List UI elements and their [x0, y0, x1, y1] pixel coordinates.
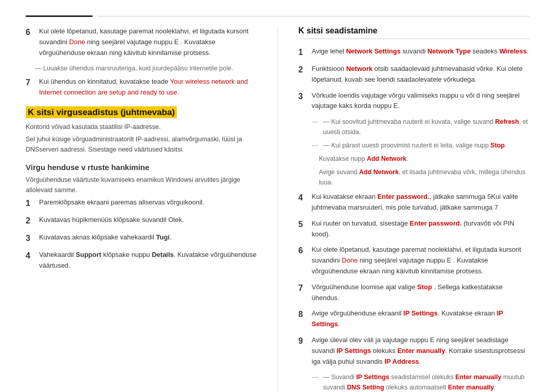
- refresh-link: Refresh: [495, 118, 519, 125]
- ip-settings-link9: IP Settings: [337, 347, 371, 354]
- step3-notes: — — Kui soovitud juhtmevaba ruuterit ei …: [312, 117, 530, 188]
- subtitle2: Sel juhul küsige võrguadministraatorilt …: [26, 134, 257, 155]
- virgu-step-3-text: Kuvatavas aknas klõpsake vahekaardil Tug…: [39, 232, 257, 243]
- note-add1: Kuvatakse nupp Add Network.: [319, 154, 530, 164]
- left-column: 6 Kui olete lõpetanud, kasutage paremat …: [26, 26, 257, 392]
- right-step-5-text: Kui ruuter on turvatud, sisestage Enter …: [312, 218, 530, 240]
- note-refresh: — — Kui soovitud juhtmevaba ruuterit ei …: [312, 117, 530, 137]
- divider-dark: [26, 15, 92, 17]
- wireless-link: Wireless: [499, 47, 527, 55]
- note-luuakse: — Luuakse ühendus marsruuteriga, kuid ju…: [35, 63, 257, 73]
- enter-password-link5: Enter password.: [410, 219, 461, 227]
- right-step-num-9: 9: [299, 335, 307, 347]
- ip-settings-note: IP Settings: [356, 374, 389, 381]
- right-step-num-3: 3: [299, 90, 307, 103]
- virgu-step-2-text: Kuvatavas hüpikmenüüs klõpsake suvandil …: [39, 215, 257, 226]
- add-network-link2: Add Network: [359, 169, 399, 176]
- step-7-text: Kui ühendus on kinnitatud, kuvatakse tea…: [39, 77, 257, 98]
- right-step-1-text: Avige lehel Network Settings suvandi Net…: [312, 46, 530, 57]
- highlight-title-container: K sitsi virguseadistus (juhtmevaba): [26, 107, 257, 118]
- step-num-6: 6: [26, 26, 34, 39]
- enter-manually-note2: Enter manually: [448, 384, 494, 391]
- right-step-6: 6 Kui olete lõpetanud, kasutage paremat …: [299, 245, 530, 276]
- virgu-step-4-text: Vahekaardil Support klõpsake nuppu Detai…: [39, 250, 257, 271]
- right-step-7-text: Võrguühenduse loomise ajal valige Stop .…: [312, 282, 530, 304]
- right-step-4-text: Kui kuvatakse ekraan Enter password., jä…: [312, 192, 530, 213]
- right-step-7: 7 Võrguühenduse loomise ajal valige Stop…: [299, 282, 530, 304]
- right-step-num-6: 6: [299, 245, 307, 257]
- right-column: K sitsi seadistamine 1 Avige lehel Netwo…: [278, 26, 530, 392]
- main-content: 6 Kui olete lõpetanud, kasutage paremat …: [26, 26, 529, 392]
- support-bold: Support: [76, 251, 101, 258]
- note-dash: — Luuakse ühendus marsruuteriga, kuid ju…: [35, 63, 233, 73]
- details-bold: Details: [152, 251, 174, 258]
- right-step-8: 8 Avige võrguühenduse ekraanil IP Settin…: [299, 308, 530, 330]
- virgu-step-num-1: 1: [26, 197, 34, 210]
- right-step-num-2: 2: [299, 64, 307, 76]
- right-step-2: 2 Funktsioon Network otsib saadaolevaid …: [299, 64, 530, 85]
- step-num-7: 7: [26, 77, 34, 89]
- right-step-1: 1 Avige lehel Network Settings suvandi N…: [299, 46, 530, 59]
- right-step-3-text: Võrkude loendis vajutage võrgu valimisek…: [312, 90, 530, 112]
- right-step-9-text: Avige üleval olev väli ja vajutage nuppu…: [312, 335, 530, 367]
- tugi-bold: Tugi: [156, 233, 170, 241]
- right-step-4: 4 Kui kuvatakse ekraan Enter password., …: [299, 192, 530, 213]
- step9-note: — — Suvandi IP Settings seadistamisel ol…: [312, 372, 530, 392]
- right-section-title: K sitsi seadistamine: [299, 26, 530, 39]
- virgu-step-1-text: Paremklõpsake ekraani paremas allservas …: [39, 197, 257, 208]
- step-7-left: 7 Kui ühendus on kinnitatud, kuvatakse t…: [26, 77, 257, 98]
- virgu-step-num-3: 3: [26, 232, 34, 245]
- top-divider: [26, 15, 529, 17]
- right-step-5: 5 Kui ruuter on turvatud, sisestage Ente…: [299, 218, 530, 240]
- virgu-step-4: 4 Vahekaardil Support klõpsake nuppu Det…: [26, 250, 257, 271]
- stop-link-7: Stop: [417, 283, 432, 291]
- network-type-link: Network Type: [428, 47, 471, 55]
- step-6-left: 6 Kui olete lõpetanud, kasutage paremat …: [26, 26, 257, 58]
- virgu-step-1: 1 Paremklõpsake ekraani paremas allserva…: [26, 197, 257, 210]
- stop-link-note: Stop: [490, 142, 505, 149]
- step-6-text: Kui olete lõpetanud, kasutage paremat no…: [39, 26, 257, 58]
- virgu-step-num-4: 4: [26, 250, 34, 262]
- right-step-8-text: Avige võrguühenduse ekraanil IP Settings…: [312, 308, 530, 330]
- add-network-link1: Add Network: [367, 155, 406, 162]
- divider-light: [98, 16, 529, 16]
- ip-address-link9: IP Address: [384, 358, 419, 365]
- virgu-step-2: 2 Kuvatavas hüpikmenüüs klõpsake suvandi…: [26, 215, 257, 227]
- virgu-step-num-2: 2: [26, 215, 34, 227]
- subtitle1: Kontorid võivad kasutada staatilisi IP-a…: [26, 122, 257, 132]
- right-step-num-7: 7: [299, 282, 307, 294]
- ip-settings-link8a: IP Settings: [403, 309, 438, 317]
- note-stop: — — Kui pärast uuesti proovimist ruuteri…: [312, 140, 530, 151]
- enter-password-link4: Enter password.: [377, 193, 429, 200]
- right-step-3: 3 Võrkude loendis vajutage võrgu valimis…: [299, 90, 530, 112]
- enter-manually-link9: Enter manually: [397, 347, 445, 354]
- right-step-num-5: 5: [299, 218, 307, 231]
- right-step-num-4: 4: [299, 192, 307, 204]
- highlight-title: K sitsi virguseadistus (juhtmevaba): [26, 106, 177, 118]
- done-link-right: Done: [342, 256, 358, 264]
- virgu-step-3: 3 Kuvatavas aknas klõpsake vahekaardil T…: [26, 232, 257, 245]
- enter-manually-note: Enter manually: [455, 374, 502, 381]
- network-bold-link: Network: [346, 65, 373, 72]
- right-step-num-8: 8: [299, 308, 307, 321]
- done-link-left: Done: [69, 38, 85, 46]
- note-add2: Avige suvand Add Network, et lisada juht…: [319, 167, 530, 188]
- network-settings-link: Network Settings: [346, 47, 400, 55]
- right-step-9: 9 Avige üleval olev väli ja vajutage nup…: [299, 335, 530, 367]
- right-step-2-text: Funktsioon Network otsib saadaolevaid ju…: [312, 64, 530, 85]
- right-step-num-1: 1: [299, 46, 307, 59]
- virgu-section-title: Virgu henduse v rtuste hankimine: [26, 163, 257, 172]
- note-ip-settings-dns: — — Suvandi IP Settings seadistamisel ol…: [312, 372, 530, 392]
- dns-setting-note: DNS Setting: [347, 384, 384, 391]
- right-step-6-text: Kui olete lõpetanud, kasutage paremat no…: [312, 245, 530, 276]
- virgu-desc: Võrguühenduse väärtuste kuvamiseks enami…: [26, 175, 257, 195]
